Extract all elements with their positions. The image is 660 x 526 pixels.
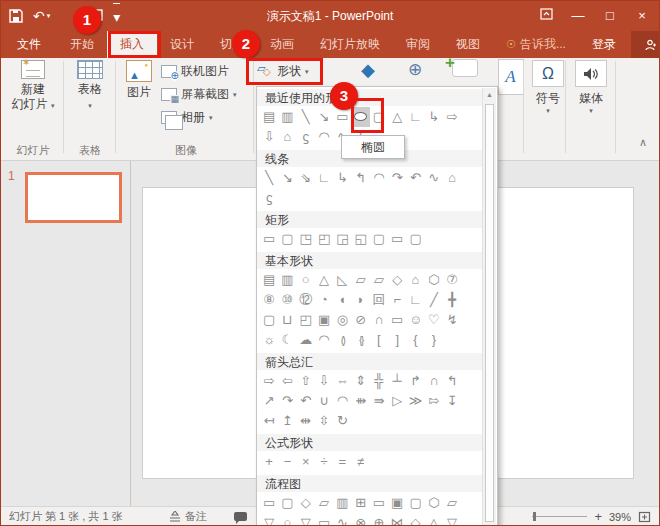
isosceles-triangle-shape[interactable]: △ [388,107,406,127]
cube-shape[interactable]: ◰ [297,310,315,330]
arrow-striped-right-shape[interactable]: ⇻ [351,391,369,411]
flowchart-card-shape[interactable]: ▭ [315,513,333,526]
oval-shape[interactable]: ○ [297,270,315,290]
right-bracket-shape[interactable]: ] [388,330,406,350]
media-button[interactable]: 媒体 ▾ [571,60,611,115]
math-minus-shape[interactable]: − [278,452,296,472]
diagonal-stripe-shape[interactable]: ╱ [425,290,443,310]
zoom-level[interactable]: 39% [609,511,631,523]
flowchart-punched-tape-shape[interactable]: ∿ [333,513,351,526]
arrow-left-right-callout-shape[interactable]: ⇹ [297,411,315,431]
right-brace-shape[interactable]: } [425,330,443,350]
left-bracket-shape[interactable]: [ [370,330,388,350]
frame-shape[interactable]: 回 [370,290,388,310]
flowchart-off-page-connector-shape[interactable]: ▽ [297,513,315,526]
arrow-up-callout-shape[interactable]: ↥ [278,411,296,431]
arrow-left-shape[interactable]: ⇦ [278,371,296,391]
arrow-up-shape[interactable]: ⇧ [297,371,315,391]
line-shape[interactable]: ╲ [260,168,278,188]
sun-shape[interactable]: ☼ [260,330,278,350]
block-arrow-down-shape[interactable]: ⇩ [260,127,278,147]
comments-icon[interactable] [234,512,247,521]
arrow-pentagon-shape[interactable]: ▷ [388,391,406,411]
math-plus-shape[interactable]: + [260,452,278,472]
octagon-shape[interactable]: ⑧ [260,290,278,310]
flowchart-data-shape[interactable]: ▱ [315,493,333,513]
scroll-up-icon[interactable]: ▲ [483,88,496,102]
right-triangle-shape[interactable]: ◺ [333,270,351,290]
bevel-shape[interactable]: ▣ [315,310,333,330]
arrow-left-callout-shape[interactable]: ↤ [260,411,278,431]
close-button[interactable]: × [629,5,655,27]
arrow-left-right-up-shape[interactable]: ┴ [388,371,406,391]
trapezoid-shape[interactable]: ▱ [370,270,388,290]
tab-slideshow[interactable]: 幻灯片放映 [307,31,393,58]
arrow-circular-shape[interactable]: ↻ [333,411,351,431]
math-multiply-shape[interactable]: × [297,452,315,472]
elbow-arrow-connector-shape[interactable]: ↳ [425,107,443,127]
notes-button[interactable]: 备注 [169,507,207,526]
collapse-ribbon-icon[interactable]: ∧ [639,136,647,149]
can-shape[interactable]: ⊔ [278,310,296,330]
signin-button[interactable]: 登录 [579,31,629,58]
rectangle-shape[interactable]: ▭ [260,229,278,249]
no-symbol-shape[interactable]: ⊘ [351,310,369,330]
left-brace-shape[interactable]: { [406,330,424,350]
curved-connector-shape[interactable]: ◠ [370,168,388,188]
math-not-equal-shape[interactable]: ≠ [351,452,369,472]
isosceles-triangle-shape[interactable]: △ [315,270,333,290]
rectangle-shape[interactable]: ▭ [333,107,351,127]
flowchart-manual-input-shape[interactable]: ▱ [443,493,461,513]
wordart-button[interactable]: A [497,59,524,95]
arrow-quad-callout-shape[interactable]: ⇳ [315,411,333,431]
decagon-shape[interactable]: ⑩ [278,290,296,310]
smartart-button[interactable]: ◆ [350,59,386,81]
arrow-down-callout-shape[interactable]: ↧ [443,391,461,411]
flowchart-extract-shape[interactable]: △ [425,513,443,526]
line-shape[interactable]: ╲ [297,107,315,127]
share-button[interactable]: 共享 [631,31,660,58]
hexagon-shape[interactable]: ⬡ [425,270,443,290]
hyperlink-button[interactable]: ⊕ [397,59,433,80]
freeform-shape[interactable]: ⌂ [443,168,461,188]
half-frame-shape[interactable]: ⌐ [388,290,406,310]
tab-file[interactable]: 文件 [1,31,57,58]
elbow-double-arrow-connector-shape[interactable]: ↰ [351,168,369,188]
double-brace-shape[interactable]: {} [351,330,369,350]
line-arrow-shape[interactable]: ↘ [315,107,333,127]
round-single-corner-rectangle-shape[interactable]: ▢ [370,229,388,249]
flowchart-summing-junction-shape[interactable]: ⊗ [351,513,369,526]
chord-shape[interactable]: ◖ [333,290,351,310]
scribble-shape[interactable]: ϛ [260,188,278,208]
pie-shape[interactable]: ◔ [315,290,333,310]
maximize-button[interactable]: □ [597,5,623,27]
arc-shape[interactable]: ◠ [315,127,333,147]
regular-pentagon-shape[interactable]: ⌂ [406,270,424,290]
line-arrow-shape[interactable]: ↘ [278,168,296,188]
tab-design[interactable]: 设计 [157,31,207,58]
math-divide-shape[interactable]: ÷ [315,452,333,472]
flowchart-merge-shape[interactable]: ▽ [443,513,461,526]
panel-scrollbar[interactable]: ▲ [482,88,496,526]
elbow-connector-shape[interactable]: ∟ [406,107,424,127]
arrow-chevron-shape[interactable]: ≫ [406,391,424,411]
block-arrow-right-shape[interactable]: ⇨ [443,107,461,127]
cross-shape[interactable]: ╋ [443,290,461,310]
arrow-bent-shape[interactable]: ↱ [406,371,424,391]
zoom-in-button[interactable]: + [594,507,602,526]
flowchart-manual-operation-shape[interactable]: ▽ [260,513,278,526]
flowchart-internal-storage-shape[interactable]: ⊞ [351,493,369,513]
tab-home[interactable]: 开始 [57,31,107,58]
arrow-curved-right-shape[interactable]: ↷ [278,391,296,411]
arrow-curved-up-shape[interactable]: ◠ [333,391,351,411]
scrollbar-thumb[interactable] [485,104,494,522]
slide-thumbnail[interactable] [25,172,122,223]
freeform-shape[interactable]: ⌂ [278,127,296,147]
flowchart-collate-shape[interactable]: ⋈ [388,513,406,526]
arrow-down-shape[interactable]: ⇩ [315,371,333,391]
new-slide-button[interactable]: 新建 幻灯片 ▾ [7,60,59,113]
flowchart-multidocument-shape[interactable]: ▣ [388,493,406,513]
double-bracket-shape[interactable]: () [333,330,351,350]
donut-shape[interactable]: ◎ [333,310,351,330]
curved-arrow-connector-shape[interactable]: ↷ [388,168,406,188]
